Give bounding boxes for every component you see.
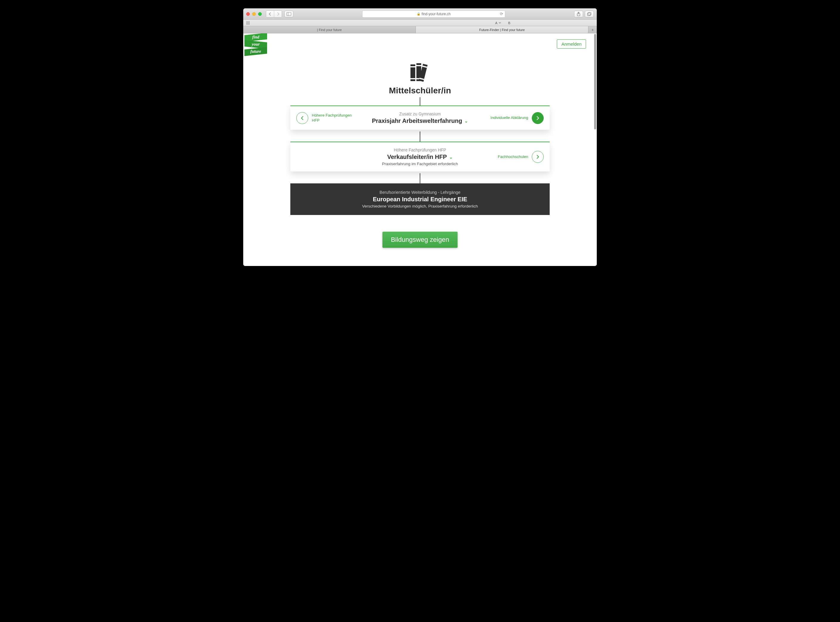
tab-0[interactable]: | Find your future bbox=[243, 26, 416, 33]
step-subtitle: Zusatz zu Gymnasium bbox=[359, 111, 481, 116]
tabs-overview-button[interactable] bbox=[585, 11, 594, 17]
chevron-right-icon bbox=[277, 12, 279, 16]
connector-line bbox=[420, 97, 420, 105]
sidebar-icon bbox=[286, 12, 291, 16]
connector-line bbox=[420, 131, 420, 142]
svg-point-5 bbox=[247, 21, 247, 22]
books-icon bbox=[290, 62, 550, 83]
svg-rect-3 bbox=[587, 13, 590, 15]
svg-point-6 bbox=[248, 21, 249, 22]
page-viewport: find your future Anmelden bbox=[243, 34, 597, 266]
nav-buttons bbox=[266, 11, 282, 18]
share-button[interactable] bbox=[574, 11, 583, 17]
new-tab-button[interactable]: + bbox=[589, 26, 597, 33]
svg-rect-16 bbox=[411, 78, 415, 79]
favorite-folder-a[interactable]: A bbox=[495, 21, 501, 25]
grid-icon bbox=[246, 21, 250, 25]
window-controls bbox=[246, 12, 262, 16]
prev-step-label[interactable]: Höhere Fachprüfungen HFP bbox=[312, 113, 352, 123]
svg-rect-15 bbox=[411, 66, 415, 67]
path-step-2: Berufsorientierte Weiterbildung - Lehrgä… bbox=[290, 183, 550, 215]
step-title: European Industrial Engineer EIE bbox=[373, 196, 467, 203]
lock-icon: 🔒 bbox=[417, 12, 420, 15]
svg-point-8 bbox=[247, 22, 247, 23]
url-host: find-your-future.ch bbox=[422, 12, 450, 16]
svg-point-13 bbox=[249, 24, 250, 24]
svg-point-10 bbox=[249, 22, 250, 23]
sidebar-toggle-button[interactable] bbox=[285, 11, 293, 17]
favorites-bar: A B bbox=[243, 20, 597, 26]
scrollbar-thumb[interactable] bbox=[594, 34, 596, 130]
step-subtitle: Höhere Fachprüfungen HFP bbox=[359, 148, 481, 152]
svg-rect-18 bbox=[416, 65, 421, 66]
browser-window: 🔒 find-your-future.ch ⟳ A B bbox=[243, 8, 597, 266]
scrollbar[interactable] bbox=[593, 34, 596, 265]
svg-point-12 bbox=[248, 24, 249, 24]
reload-icon[interactable]: ⟳ bbox=[500, 12, 503, 16]
chevron-right-icon bbox=[536, 154, 539, 159]
favorites-grid-button[interactable] bbox=[246, 21, 250, 25]
step-note: Verschiedene Vorbildungen möglich, Praxi… bbox=[296, 204, 544, 209]
back-button[interactable] bbox=[266, 11, 274, 17]
svg-point-7 bbox=[249, 21, 250, 22]
svg-rect-4 bbox=[588, 12, 591, 15]
next-step-label[interactable]: Individuelle Abklärung bbox=[491, 115, 528, 120]
chevron-left-icon bbox=[301, 116, 304, 120]
step-subtitle: Berufsorientierte Weiterbildung - Lehrgä… bbox=[296, 190, 544, 195]
step-note: Praxiserfahrung im Fachgebiet erforderli… bbox=[359, 162, 481, 166]
prev-step-button[interactable] bbox=[296, 112, 308, 124]
chevron-left-icon bbox=[269, 12, 271, 16]
share-icon bbox=[577, 12, 580, 16]
tabs-icon bbox=[587, 12, 591, 16]
path-step-0: Höhere Fachprüfungen HFP Zusatz zu Gymna… bbox=[290, 105, 550, 130]
svg-point-9 bbox=[248, 22, 249, 23]
maximize-window-button[interactable] bbox=[258, 12, 262, 16]
forward-button[interactable] bbox=[274, 11, 282, 17]
chevron-down-icon: ⌄ bbox=[464, 119, 468, 123]
step-title-dropdown[interactable]: Praxisjahr Arbeitswelterfahrung ⌄ bbox=[372, 117, 468, 124]
svg-point-11 bbox=[247, 24, 247, 24]
next-step-label[interactable]: Fachhochschulen bbox=[498, 154, 528, 159]
next-step-button[interactable] bbox=[532, 112, 544, 124]
connector-line bbox=[420, 173, 420, 183]
site-logo[interactable]: find your future bbox=[244, 34, 267, 55]
chevron-down-icon: ⌄ bbox=[449, 155, 453, 160]
close-window-button[interactable] bbox=[246, 12, 250, 16]
next-step-button[interactable] bbox=[532, 151, 544, 163]
step-title-dropdown[interactable]: Verkaufsleiter/in HFP ⌄ bbox=[387, 154, 453, 160]
minimize-window-button[interactable] bbox=[252, 12, 256, 16]
show-path-button[interactable]: Bildungsweg zeigen bbox=[382, 232, 458, 248]
path-step-1: Höhere Fachprüfungen HFP Verkaufsleiter/… bbox=[290, 142, 550, 171]
hero-title: Mittelschüler/in bbox=[290, 86, 550, 95]
chevron-right-icon bbox=[536, 116, 539, 120]
tab-1[interactable]: Future-Finder | Find your future bbox=[416, 26, 589, 33]
favorite-b[interactable]: B bbox=[508, 21, 510, 25]
titlebar: 🔒 find-your-future.ch ⟳ bbox=[243, 8, 597, 20]
tab-bar: | Find your future Future-Finder | Find … bbox=[243, 26, 597, 34]
svg-rect-0 bbox=[287, 12, 291, 15]
address-bar[interactable]: 🔒 find-your-future.ch ⟳ bbox=[362, 11, 505, 18]
chevron-down-icon bbox=[499, 22, 501, 24]
login-button[interactable]: Anmelden bbox=[557, 40, 586, 49]
